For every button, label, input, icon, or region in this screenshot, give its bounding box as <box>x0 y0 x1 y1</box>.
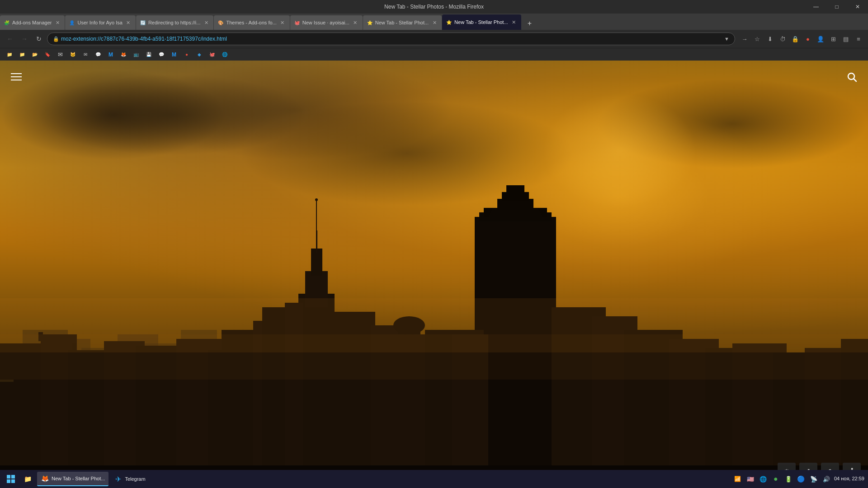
hamburger-menu-button[interactable] <box>7 68 25 86</box>
hamburger-line-3 <box>11 80 22 80</box>
taskbar-telegram[interactable]: ✈ Telegram <box>110 472 149 486</box>
hamburger-line-1 <box>11 73 22 74</box>
tab-close-button[interactable]: ✕ <box>510 19 518 26</box>
address-input[interactable] <box>61 36 722 42</box>
bookmark-favicon: 💾 <box>146 52 152 58</box>
tab-addons-manager[interactable]: 🧩 Add-ons Manager ✕ <box>0 15 65 30</box>
address-bar-container: 🔒 ▼ <box>47 33 735 45</box>
tab-close-button[interactable]: ✕ <box>279 19 286 26</box>
globe-icon[interactable]: 🌐 <box>758 474 768 484</box>
new-tab-button[interactable]: + <box>524 17 536 30</box>
svg-rect-74 <box>11 479 15 483</box>
svg-rect-72 <box>11 475 15 479</box>
svg-point-35 <box>315 198 318 201</box>
tab-favicon: 🐙 <box>294 19 300 26</box>
bookmark-favicon: 🐙 <box>209 52 215 58</box>
bookmark-item-11[interactable]: 📺 <box>130 51 142 59</box>
bookmark-item-1[interactable]: 📁 <box>4 51 15 59</box>
tab-close-button[interactable]: ✕ <box>431 19 438 26</box>
flag-icon[interactable]: 🇺🇸 <box>745 474 755 484</box>
network-graph-icon[interactable]: 📶 <box>733 474 743 484</box>
bookmark-item-10[interactable]: 🦊 <box>118 51 129 59</box>
search-button[interactable] <box>843 68 861 86</box>
bookmark-favicon: 🦊 <box>120 52 127 58</box>
close-button[interactable]: ✕ <box>847 0 868 14</box>
bookmark-item-13[interactable]: 💬 <box>156 51 167 59</box>
bluetooth-icon[interactable]: 🔵 <box>796 474 806 484</box>
security-icon[interactable]: 🔒 <box>789 33 801 45</box>
tab-close-button[interactable]: ✕ <box>125 19 132 26</box>
datetime-text: 04 ноя, 22:59 <box>834 475 864 482</box>
bookmark-item-5[interactable]: ✉ <box>54 51 66 59</box>
tab-label: Add-ons Manager <box>12 20 52 25</box>
sidebar-icon[interactable]: ▤ <box>840 33 852 45</box>
bookmark-favicon: 📂 <box>32 52 38 58</box>
volume-icon[interactable]: 🔊 <box>821 474 831 484</box>
taskbar-firefox[interactable]: 🦊 New Tab - Stellar Phot... <box>37 472 108 486</box>
dropdown-arrow-icon: ▼ <box>724 36 729 42</box>
bookmark-item-2[interactable]: 📁 <box>16 51 28 59</box>
downloads-icon[interactable]: ⬇ <box>764 33 776 45</box>
taskbar-telegram-label: Telegram <box>125 476 145 482</box>
bookmark-favicon: 💬 <box>95 52 101 58</box>
reload-button[interactable]: ↻ <box>33 33 45 45</box>
bookmark-favicon: 📺 <box>133 52 139 58</box>
svg-rect-73 <box>7 479 10 483</box>
bookmark-item-16[interactable]: ◆ <box>193 51 205 59</box>
taskbar-folder[interactable]: 📁 <box>20 472 35 486</box>
tab-stellar-2-active[interactable]: ⭐ New Tab - Stellar Phot... ✕ <box>442 14 521 30</box>
bookmark-item-17[interactable]: 🐙 <box>206 51 218 59</box>
forward-button[interactable]: → <box>18 33 31 45</box>
grid-icon[interactable]: ⊞ <box>827 33 839 45</box>
bookmark-item-3[interactable]: 📂 <box>29 51 41 59</box>
title-bar: New Tab - Stellar Photos - Mozilla Firef… <box>0 0 868 14</box>
bookmark-item-18[interactable]: 🌐 <box>219 51 231 59</box>
maximize-button[interactable]: □ <box>826 0 847 14</box>
tab-stellar-1[interactable]: ⭐ New Tab - Stellar Phot... ✕ <box>363 15 442 30</box>
start-button[interactable] <box>4 472 18 486</box>
bookmark-item-15[interactable]: ● <box>181 51 193 59</box>
bookmark-item-6[interactable]: 🐱 <box>67 51 79 59</box>
firefox-account-icon[interactable]: 👤 <box>815 33 826 45</box>
tab-themes[interactable]: 🎨 Themes - Add-ons fo... ✕ <box>214 15 289 30</box>
tab-redirect[interactable]: 🔄 Redirecting to https://i... ✕ <box>136 15 214 30</box>
search-icon <box>846 71 857 82</box>
tab-user-info[interactable]: 👤 User Info for Ayo Isa ✕ <box>65 15 135 30</box>
bookmark-favicon: 🌐 <box>222 52 228 58</box>
tab-close-button[interactable]: ✕ <box>203 19 210 26</box>
bookmark-item-9[interactable]: M <box>105 51 117 59</box>
history-icon[interactable]: ⏱ <box>777 33 788 45</box>
green-indicator-icon[interactable]: ● <box>771 474 781 484</box>
ublock-icon[interactable]: ● <box>802 33 814 45</box>
tab-close-button[interactable]: ✕ <box>352 19 359 26</box>
bookmark-favicon: 🔖 <box>44 52 51 58</box>
menu-icon[interactable]: ≡ <box>853 33 864 45</box>
bookmark-item-4[interactable]: 🔖 <box>42 51 53 59</box>
svg-rect-33 <box>316 230 317 253</box>
bookmarks-bar: 📁 📁 📂 🔖 ✉ 🐱 ✉ 💬 M 🦊 📺 💾 💬 M ● ◆ 🐙 🌐 <box>0 48 868 61</box>
window-controls: — □ ✕ <box>806 0 868 14</box>
tab-close-button[interactable]: ✕ <box>54 19 61 26</box>
bookmark-item-12[interactable]: 💾 <box>143 51 155 59</box>
bookmark-item-8[interactable]: 💬 <box>92 51 104 59</box>
city-skyline-svg <box>0 61 868 488</box>
bookmark-item-14[interactable]: M <box>168 51 180 59</box>
window-title: New Tab - Stellar Photos - Mozilla Firef… <box>384 4 484 10</box>
back-button[interactable]: ← <box>4 33 16 45</box>
telegram-icon: ✈ <box>114 475 122 483</box>
taskbar-system-tray: 📶 🇺🇸 🌐 ● 🔋 🔵 📡 🔊 04 ноя, 22:59 <box>733 474 864 484</box>
bookmark-favicon: ✉ <box>82 52 89 58</box>
main-content: ⚙ ⬇ ℹ <box>0 61 868 488</box>
bookmark-star-icon[interactable]: ☆ <box>751 33 763 45</box>
bookmark-item-7[interactable]: ✉ <box>80 51 91 59</box>
battery-icon[interactable]: 🔋 <box>783 474 793 484</box>
wifi-icon[interactable]: 📡 <box>809 474 819 484</box>
go-button[interactable]: → <box>739 33 750 45</box>
tab-new-issue[interactable]: 🐙 New Issue · ayoisai... ✕ <box>290 15 363 30</box>
tab-favicon: 🔄 <box>140 19 146 26</box>
svg-rect-23 <box>0 380 14 382</box>
minimize-button[interactable]: — <box>806 0 826 14</box>
windows-logo-icon <box>6 474 15 483</box>
navigation-bar: ← → ↻ 🔒 ▼ → ☆ ⬇ ⏱ 🔒 ● 👤 ⊞ ▤ ≡ <box>0 30 868 48</box>
svg-rect-50 <box>506 185 524 193</box>
